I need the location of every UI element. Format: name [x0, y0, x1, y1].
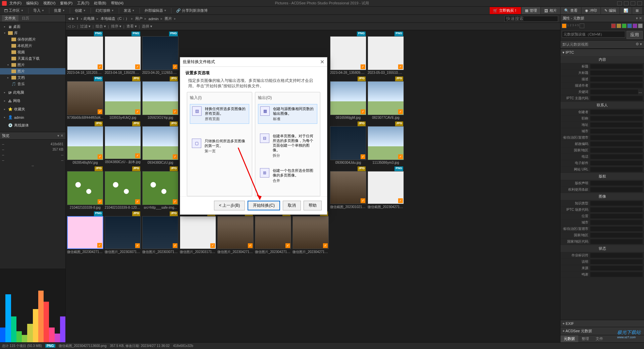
thumbnail[interactable]: JPG ✓ 0928548sjNV.jpg: [67, 121, 103, 165]
field-state2[interactable]: [590, 227, 643, 231]
thumbnail[interactable]: PNG ✓ 微信截图_20230427104...: [368, 166, 404, 210]
mode-edit[interactable]: ✎ 编辑: [601, 7, 620, 14]
thumbnail[interactable]: JPG ✓ 0816596tjgM.jpg: [330, 77, 366, 120]
thumbnail[interactable]: JPG ✓ 微信图片_20230317105...: [180, 211, 216, 255]
tab-organize[interactable]: 整理: [578, 335, 592, 342]
option-all-pages[interactable]: ▤ 转换任何所选多页图像的所有页面。所有页面: [190, 104, 249, 124]
sort-btn[interactable]: 排序 ▾: [111, 24, 121, 29]
crumb-admin[interactable]: admin: [147, 17, 160, 21]
tree-music[interactable]: 🎵 音乐: [0, 81, 65, 87]
tree-thispc[interactable]: ▸🖳 此电脑: [0, 89, 65, 96]
menu-edit[interactable]: 编辑(E): [26, 1, 39, 6]
thumbnail[interactable]: JPG ✓ 0823077CAVE.jpg: [368, 77, 404, 120]
crumb-pics[interactable]: 图片: [163, 16, 173, 21]
tree-favs[interactable]: ▸⭐ 收藏夹: [0, 106, 65, 112]
crumb-thispc[interactable]: 此电脑: [82, 16, 96, 21]
tree-desktop[interactable]: ▸🖥 桌面: [0, 23, 65, 30]
section-exif[interactable]: + EXIF: [560, 320, 644, 327]
color-swatch[interactable]: [622, 23, 627, 28]
thumbnail[interactable]: PNG ✓ 2023-04-18_135028.png: [105, 32, 141, 75]
crumb-users[interactable]: 用户: [134, 16, 144, 21]
field-state[interactable]: [590, 135, 643, 140]
convert-button[interactable]: 开始转换(C): [248, 201, 280, 210]
menu-process[interactable]: 处理(B): [94, 1, 106, 6]
field-intel-genre[interactable]: [590, 201, 643, 206]
mode-develop[interactable]: ◉ 冲印: [582, 7, 600, 14]
field-country2[interactable]: [590, 233, 643, 238]
field-rights-terms[interactable]: [590, 187, 643, 192]
field-instructions[interactable]: [590, 259, 643, 264]
tab-file[interactable]: 文件: [592, 335, 606, 342]
filter-prev-icon[interactable]: ◁: [68, 24, 70, 29]
field-city[interactable]: [590, 129, 643, 134]
cancel-button[interactable]: 取消: [283, 201, 301, 210]
field-postal[interactable]: [590, 142, 643, 146]
back-button[interactable]: < 上一步(B): [214, 201, 245, 210]
field-location[interactable]: [590, 214, 643, 218]
filter-btn[interactable]: 过滤 ▾: [80, 24, 91, 29]
thumbnail[interactable]: JPG ✓ 0934380lCzU - 副本.jpg: [105, 121, 141, 165]
tree-network[interactable]: ▸🖧 网络: [0, 98, 65, 104]
thumbnail[interactable]: JPG ✓ 微信截图_20230102154...: [330, 166, 366, 210]
dialog-close-icon[interactable]: ✕: [320, 59, 324, 65]
view-btn[interactable]: 查看 ▾: [126, 24, 137, 29]
color-swatch[interactable]: [580, 23, 584, 28]
field-title[interactable]: [590, 64, 643, 69]
field-credit[interactable]: [590, 272, 643, 277]
field-phone[interactable]: [590, 154, 643, 159]
search-input[interactable]: [504, 16, 558, 22]
thumbnail[interactable]: JPG ✓ 103915y4UkQ.jpg: [105, 77, 141, 120]
filter-next-icon[interactable]: ▷: [72, 24, 75, 29]
maximize-icon[interactable]: [624, 1, 629, 5]
tree-saved-pics[interactable]: 保存的图片: [0, 36, 65, 43]
thumbnail[interactable]: JPG ✓ 11135086ym3.jpg: [368, 121, 404, 165]
preview-menu-icon[interactable]: ▾ ✕: [57, 134, 63, 138]
color-swatch[interactable]: [616, 23, 621, 28]
mode-manage[interactable]: ▦ 管理: [522, 7, 540, 14]
mode-dashboard[interactable]: ⊞: [632, 7, 642, 14]
thumbnail[interactable]: PNG ✓ 2023-04-18_101203.png: [67, 32, 103, 75]
thumbnail[interactable]: JPG ✓ 微信图片_20230427125...: [217, 211, 254, 255]
menu-file[interactable]: 文件(F): [9, 1, 21, 6]
minimize-icon[interactable]: [617, 1, 622, 5]
tab-calendar[interactable]: 日历: [19, 15, 32, 21]
menu-help[interactable]: 帮助(H): [111, 1, 123, 6]
tree-admin[interactable]: ▸👤 admin: [0, 114, 65, 120]
section-iptc[interactable]: ▾ IPTC: [560, 49, 644, 56]
color-swatch[interactable]: [611, 23, 616, 28]
create-button[interactable]: 创建▼: [73, 7, 88, 14]
option-merge[interactable]: ⊞ 创建一个包含所选全部图像的多页图像。合并: [258, 166, 317, 185]
tree-local-photos[interactable]: 本机照片: [0, 43, 65, 49]
tree-docs[interactable]: ▸ 文档: [0, 74, 65, 81]
tree-video[interactable]: 视频: [0, 49, 65, 55]
group-btn[interactable]: 组合 ▾: [96, 24, 106, 29]
close-icon[interactable]: [637, 1, 642, 5]
metadata-preset-select[interactable]: 元数据预设值（Ctrl+M）: [562, 31, 625, 38]
apply-button[interactable]: 应用: [627, 31, 643, 39]
select-btn[interactable]: 选择 ▾: [142, 24, 152, 29]
thumbnail[interactable]: JPG ✓ 微信图片_20230427125...: [292, 211, 329, 255]
field-job-id[interactable]: [590, 253, 643, 258]
tree-library[interactable]: ▾ 库: [0, 30, 65, 36]
thumbnail[interactable]: JPG ✓ 微信图片_20230307153...: [105, 211, 141, 255]
tree-cloud-dl[interactable]: 天翼云盘下载: [0, 55, 65, 62]
external-editor-button[interactable]: 外部编辑器▼: [143, 7, 169, 14]
thumbnail[interactable]: JPG ✓ 微信图片_20230427125...: [255, 211, 291, 255]
color-swatch[interactable]: [638, 23, 643, 28]
thumbnail[interactable]: PNG ✓ 微信截图_20230427113...: [67, 211, 103, 255]
field-desc-author[interactable]: [590, 83, 643, 88]
field-keywords[interactable]: [590, 90, 638, 94]
metadata-view-header[interactable]: 默认元数据视图 ⚙ ▾: [560, 40, 644, 49]
batch-button[interactable]: 批量▼: [52, 7, 67, 14]
nav-back-icon[interactable]: ◀: [68, 16, 70, 21]
nav-up-icon[interactable]: ⬆: [76, 16, 79, 21]
option-standard[interactable]: ▦ 创建与源图像相同页数的输出图像。标准: [258, 104, 317, 124]
thumbnail[interactable]: JPG ✓ 210402103339-8.jpg: [67, 166, 103, 210]
tree-pictures[interactable]: ▾ 图片: [0, 62, 65, 68]
tree-pictures-sel[interactable]: 图片: [0, 68, 65, 74]
menu-view[interactable]: 视图(V): [43, 1, 56, 6]
field-jobtitle[interactable]: [590, 116, 643, 121]
buy-button[interactable]: 🛒 立即购买！: [490, 7, 521, 14]
color-swatch[interactable]: [633, 23, 637, 28]
thumbnail[interactable]: JPG ✓ 微信图片_20230307153...: [142, 211, 178, 255]
